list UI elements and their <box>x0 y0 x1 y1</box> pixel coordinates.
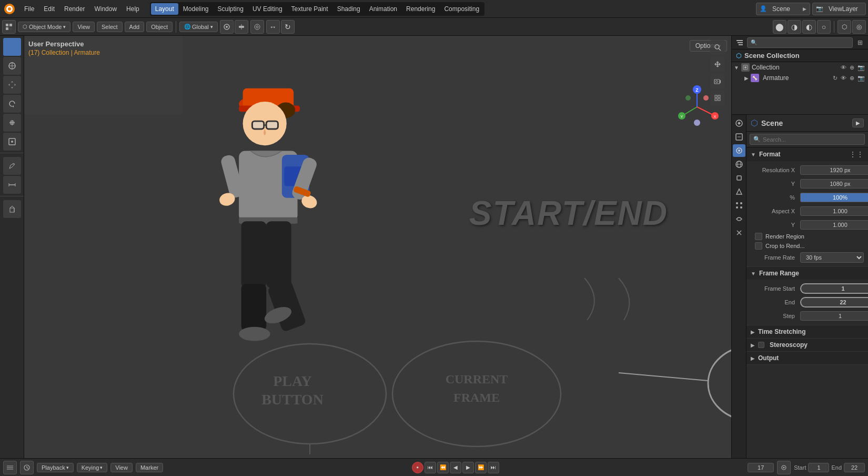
modifier-props-icon[interactable] <box>733 185 745 198</box>
transform-tool[interactable] <box>3 133 21 151</box>
physics-props-icon[interactable] <box>733 213 745 225</box>
measure-tool[interactable] <box>3 176 21 194</box>
marker-menu-btn[interactable]: Marker <box>136 463 163 472</box>
pan-icon[interactable] <box>710 57 725 72</box>
frame-range-section-header[interactable]: ▼ Frame Range <box>746 267 868 280</box>
world-props-icon[interactable] <box>733 158 745 171</box>
record-btn[interactable]: ● <box>412 462 423 473</box>
resolution-x-input[interactable] <box>800 165 868 175</box>
outliner-icon[interactable] <box>734 37 745 48</box>
scene-props-icon[interactable] <box>733 144 745 157</box>
xray-btn[interactable]: ◎ <box>852 20 866 34</box>
3d-viewport[interactable]: User Perspective (17) Collection | Armat… <box>24 36 731 458</box>
start-frame-input[interactable] <box>808 463 829 472</box>
zoom-icon[interactable] <box>710 40 725 55</box>
timeline-editor-icon[interactable] <box>3 461 17 474</box>
jump-to-start-btn[interactable]: ⏮ <box>425 462 436 473</box>
view-menu-btn[interactable]: View <box>73 22 95 32</box>
rotate-icon[interactable]: ↻ <box>281 20 295 34</box>
menu-file[interactable]: File <box>20 3 38 15</box>
workspace-texture-paint[interactable]: Texture Paint <box>287 3 332 15</box>
collection-render[interactable]: 📷 <box>856 64 866 72</box>
stereoscopy-header[interactable]: ▶ Stereoscopy <box>746 339 868 351</box>
step-back-btn[interactable]: ⏪ <box>437 462 449 473</box>
viewport-shading-solid[interactable]: ⬤ <box>773 20 786 34</box>
collection-disable-viewport[interactable]: ⊕ <box>849 64 855 72</box>
snap-toggle[interactable] <box>220 20 234 34</box>
menu-help[interactable]: Help <box>122 3 144 15</box>
rotate-tool[interactable] <box>3 95 21 113</box>
armature-visibility[interactable]: 👁 <box>840 74 847 82</box>
keying-menu-btn[interactable]: Keying ▾ <box>77 463 108 472</box>
playback-menu-btn[interactable]: Playback ▾ <box>37 463 74 472</box>
armature-expand-arrow[interactable]: ▶ <box>744 75 749 81</box>
cursor-tool[interactable] <box>3 57 21 75</box>
play-btn[interactable]: ▶ <box>462 462 474 473</box>
format-section-header[interactable]: ▼ Format ⋮⋮ <box>746 147 868 161</box>
workspace-compositing[interactable]: Compositing <box>440 3 483 15</box>
select-menu-btn[interactable]: Select <box>97 22 123 32</box>
collection-expand-arrow[interactable]: ▼ <box>734 65 739 71</box>
frame-end-input[interactable] <box>800 297 868 308</box>
workspace-modeling[interactable]: Modeling <box>179 3 213 15</box>
viewport-shading-wireframe[interactable]: ○ <box>817 20 831 34</box>
armature-sync[interactable]: ↻ <box>832 74 839 82</box>
workspace-animation[interactable]: Animation <box>365 3 401 15</box>
constraints-props-icon[interactable] <box>733 226 745 239</box>
play-reverse-btn[interactable]: ◀ <box>450 462 461 473</box>
frame-rate-select[interactable]: 30 fps 24 fps 25 fps 60 fps <box>800 252 864 263</box>
annotate-tool[interactable] <box>3 157 21 175</box>
add-menu-btn[interactable]: Add <box>125 22 145 32</box>
end-frame-input[interactable] <box>844 463 865 472</box>
keying-sets-icon[interactable] <box>777 461 791 474</box>
workspace-sculpting[interactable]: Sculpting <box>214 3 248 15</box>
render-region-checkbox[interactable] <box>755 233 762 240</box>
select-box-tool[interactable] <box>3 38 21 56</box>
view-layer-selector[interactable] <box>825 4 862 14</box>
format-section-menu[interactable]: ⋮⋮ <box>849 150 864 158</box>
render-props-icon[interactable] <box>733 117 745 130</box>
overlay-btn[interactable]: ⬡ <box>837 20 851 34</box>
aspect-y-input[interactable] <box>800 220 868 230</box>
scene-selector[interactable] <box>769 4 801 14</box>
object-props-icon[interactable] <box>733 172 745 184</box>
filter-options-btn[interactable]: ▶ <box>852 118 864 127</box>
aspect-x-input[interactable] <box>800 206 868 216</box>
outliner-filter-btn[interactable]: ⊞ <box>854 37 866 48</box>
camera-icon[interactable] <box>710 74 725 88</box>
time-stretching-header[interactable]: ▶ Time Stretching <box>746 325 868 338</box>
output-header[interactable]: ▶ Output <box>746 352 868 364</box>
transform-space-selector[interactable]: 🌐 Global ▾ <box>179 22 218 32</box>
viewport-shading-material[interactable]: ◑ <box>788 20 801 34</box>
armature-disable[interactable]: ⊕ <box>849 74 855 82</box>
frame-step-input[interactable] <box>800 311 868 321</box>
workspace-uv-editing[interactable]: UV Editing <box>248 3 287 15</box>
object-mode-selector[interactable]: ⬡ Object Mode ▾ <box>18 22 70 32</box>
collection-row[interactable]: ▼ Collection 👁 ⊕ 📷 <box>732 62 868 73</box>
viewport-shading-rendered[interactable]: ◐ <box>802 20 816 34</box>
props-search-input[interactable] <box>763 136 861 143</box>
frame-start-input[interactable] <box>800 283 868 294</box>
menu-edit[interactable]: Edit <box>39 3 59 15</box>
object-menu-btn[interactable]: Object <box>146 22 173 32</box>
proportional-editing-btn[interactable] <box>250 20 264 34</box>
crop-to-render-checkbox[interactable] <box>755 242 762 250</box>
menu-window[interactable]: Window <box>90 3 121 15</box>
move-icon[interactable]: ↔ <box>266 20 280 34</box>
editor-type-btn[interactable] <box>2 20 16 34</box>
workspace-shading[interactable]: Shading <box>333 3 365 15</box>
menu-render[interactable]: Render <box>60 3 89 15</box>
collection-visibility[interactable]: 👁 <box>840 64 847 72</box>
current-frame-input[interactable] <box>748 463 774 472</box>
snap-element-btn[interactable] <box>235 20 248 34</box>
particles-props-icon[interactable] <box>733 199 745 212</box>
view-menu-timeline-btn[interactable]: View <box>110 463 133 472</box>
step-forward-btn[interactable]: ⏩ <box>475 462 487 473</box>
armature-render[interactable]: 📷 <box>856 74 866 82</box>
grid-view-icon[interactable] <box>710 91 725 105</box>
workspace-layout[interactable]: Layout <box>151 3 178 15</box>
output-props-icon[interactable] <box>733 131 745 143</box>
add-cube-tool[interactable] <box>3 200 21 218</box>
workspace-rendering[interactable]: Rendering <box>402 3 439 15</box>
stereoscopy-checkbox[interactable] <box>758 342 764 348</box>
